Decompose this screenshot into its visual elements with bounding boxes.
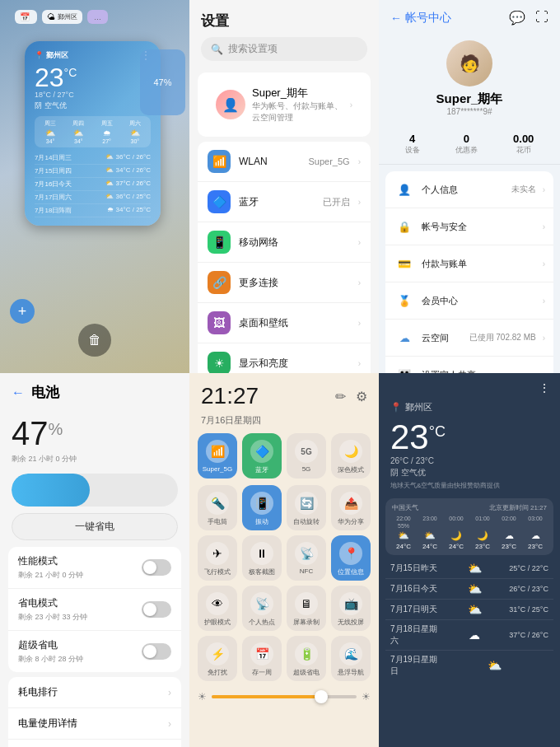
wp-update-time: 北京更新时间 21:27	[489, 503, 547, 512]
battery-super-save-mode[interactable]: 超级省电 剩余 8 小时 28 分钟	[8, 631, 181, 672]
brightness-low-icon: ☀	[198, 691, 207, 703]
account-id: 187*******9#	[446, 107, 492, 116]
account-back-button[interactable]: ← 帐号中心	[390, 11, 451, 26]
search-placeholder: 搜索设置项	[228, 42, 278, 56]
account-menu-cloud[interactable]: ☁ 云空间 已使用 702.82 MB ›	[385, 320, 553, 357]
battery-header: ← 电池	[0, 373, 189, 407]
super-save-toggle[interactable]	[142, 643, 171, 660]
cc-5g-toggle[interactable]: 5G 5G	[287, 433, 326, 479]
location-icon: 📍	[339, 542, 362, 565]
brightness-bar[interactable]	[212, 695, 357, 698]
wp-hourly-row: 22:00 55% ⛅ 24°C 23:00 -- ⛅ 24°C 00:00 -…	[392, 516, 547, 550]
cc-location-toggle[interactable]: 📍 位置信息	[331, 535, 371, 581]
recent-app-other[interactable]: …	[87, 10, 108, 24]
week-row-4: 7月19日星期日 ⛅	[385, 651, 553, 680]
battery-ranking[interactable]: 耗电排行 ›	[8, 677, 181, 708]
cc-screenshot-toggle[interactable]: ⏸ 极客截图	[242, 535, 282, 581]
expand-icon[interactable]: ⛶	[535, 10, 548, 26]
performance-knob	[143, 561, 156, 574]
cc-flashlight-toggle[interactable]: 🔦 手电筒	[198, 485, 237, 530]
cloud-chevron: ›	[543, 334, 545, 343]
security-chevron: ›	[543, 222, 545, 231]
stat-coupons[interactable]: 0 优惠券	[455, 133, 478, 156]
account-header: ← 帐号中心 💬 ⛶	[379, 0, 560, 30]
cc-eye-care-toggle[interactable]: 👁 护眼模式	[198, 586, 237, 631]
cloud-menu-value: 已使用 702.82 MB	[469, 332, 536, 343]
chat-icon[interactable]: 💬	[509, 10, 525, 26]
payment-menu-label: 付款与账单	[422, 258, 536, 270]
account-avatar: 🧑	[446, 40, 492, 86]
cc-settings-icon[interactable]: ⚙	[356, 389, 367, 404]
performance-toggle[interactable]	[142, 559, 171, 576]
settings-item-display[interactable]: ☀ 显示和亮度 ›	[198, 343, 371, 373]
recent-app-calendar[interactable]: 📅	[15, 10, 37, 24]
stat-devices[interactable]: 4 设备	[405, 133, 420, 156]
recent-app-weather[interactable]: 🌤 鄞州区	[42, 10, 82, 24]
float-nav-label: 悬浮导航	[338, 668, 364, 677]
cc-hotspot-toggle[interactable]: 📡 个人热点	[242, 586, 282, 631]
cloud-menu-icon: ☁	[394, 327, 415, 348]
desktop-chevron: ›	[358, 319, 361, 328]
performance-mode-name: 性能模式	[18, 554, 83, 568]
cc-wifi-toggle[interactable]: 📶 Super_5G	[198, 433, 237, 479]
weather-description: 阴 空气优	[35, 100, 151, 111]
battery-display-mode[interactable]: 电量百分比显示方式 电池图标 ›	[8, 740, 181, 747]
wp-location-pin-icon: 📍	[390, 402, 402, 413]
stat-coins[interactable]: 0.00 花币	[513, 133, 534, 156]
cc-screen-record-toggle[interactable]: 🖥 屏幕录制	[287, 586, 326, 631]
cc-vibrate-toggle[interactable]: 📳 振动	[242, 485, 282, 530]
cc-float-nav-toggle[interactable]: 🌊 悬浮导航	[331, 636, 371, 681]
dark-mode-label: 深色模式	[338, 465, 364, 474]
profile-menu-label: 个人信息	[422, 184, 505, 196]
wifi-icon: 📶	[206, 440, 229, 463]
account-stats: 4 设备 0 优惠券 0.00 花币	[379, 124, 560, 165]
cc-edit-icon[interactable]: ✏	[335, 389, 346, 404]
bt-label: 蓝牙	[255, 465, 268, 474]
account-menu-profile[interactable]: 👤 个人信息 未实名 ›	[385, 171, 553, 208]
settings-search-bar[interactable]: 🔍 搜索设置项	[201, 37, 367, 61]
cc-super-save-toggle[interactable]: 🔋 超级省电	[287, 636, 326, 681]
account-menu-group: 👤 个人信息 未实名 › 🔒 帐号与安全 › 💳 付款与账单 › 🏅 会员中心 …	[385, 171, 553, 373]
cc-cast-toggle[interactable]: 📺 无线投屏	[331, 586, 371, 631]
battery-save-mode[interactable]: 省电模式 剩余 23 小时 33 分钟	[8, 589, 181, 631]
battery-back-button[interactable]: ←	[12, 385, 25, 400]
cc-header-icons: ✏ ⚙	[335, 389, 367, 404]
float-nav-icon: 🌊	[339, 642, 362, 665]
cc-nfc-toggle[interactable]: 📡 NFC	[287, 535, 326, 581]
settings-item-bluetooth[interactable]: 🔷 蓝牙 已开启 ›	[198, 182, 371, 222]
cc-dark-mode-toggle[interactable]: 🌙 深色模式	[331, 433, 371, 479]
cc-row5: ⚡ 免打扰 📅 存一周 🔋 超级省电 🌊 悬浮导航	[189, 636, 379, 686]
account-menu-family[interactable]: 👨‍👩‍👧 设置家人共享 ›	[385, 357, 553, 373]
save-toggle[interactable]	[142, 601, 171, 618]
cc-brightness-control[interactable]: ☀ ☀	[189, 686, 379, 706]
save-knob	[143, 603, 156, 616]
wp-menu-icon[interactable]: ⋮	[539, 381, 550, 395]
second-app-card-peek[interactable]: 47 %	[140, 49, 185, 115]
cc-huawei-share-toggle[interactable]: 📤 华为分享	[331, 485, 371, 530]
battery-performance-mode[interactable]: 性能模式 剩余 21 小时 0 分钟	[8, 547, 181, 589]
cc-dnd-toggle[interactable]: ⚡ 免打扰	[198, 636, 237, 681]
account-menu-security[interactable]: 🔒 帐号与安全 ›	[385, 208, 553, 245]
cc-week-store-toggle[interactable]: 📅 存一周	[242, 636, 282, 681]
profile-sub: 华为帐号、付款与账单、云空间管理	[252, 100, 343, 124]
hour-1: 23:00 -- ⛅ 24°C	[418, 516, 441, 550]
cc-airplane-toggle[interactable]: ✈ 飞行模式	[198, 535, 237, 581]
dnd-label: 免打扰	[208, 668, 227, 677]
battery-save-button[interactable]: 一键省电	[12, 513, 178, 540]
settings-profile-card[interactable]: 👤 Super_期年 华为帐号、付款与账单、云空间管理 ›	[198, 72, 371, 137]
cc-rotate-toggle[interactable]: 🔄 自动旋转	[287, 485, 326, 530]
cc-bluetooth-toggle[interactable]: 🔷 蓝牙	[242, 433, 282, 479]
settings-item-wlan[interactable]: 📶 WLAN Super_5G ›	[198, 142, 371, 182]
vibrate-icon: 📳	[250, 492, 273, 515]
settings-item-mobile[interactable]: 📱 移动网络 ›	[198, 222, 371, 263]
account-menu-member[interactable]: 🏅 会员中心 ›	[385, 282, 553, 320]
cc-header: 21:27 ✏ ⚙	[189, 373, 379, 414]
settings-item-desktop[interactable]: 🖼 桌面和壁纸 ›	[198, 303, 371, 343]
battery-usage-detail[interactable]: 电量使用详情 ›	[8, 708, 181, 740]
add-app-button[interactable]: +	[10, 299, 35, 324]
settings-item-more-connect[interactable]: 🔗 更多连接 ›	[198, 263, 371, 303]
wp-location: 📍 鄞州区	[379, 395, 560, 415]
account-menu-payment[interactable]: 💳 付款与账单 ›	[385, 245, 553, 282]
battery-title: 电池	[31, 383, 59, 402]
delete-button[interactable]: 🗑	[78, 324, 111, 357]
